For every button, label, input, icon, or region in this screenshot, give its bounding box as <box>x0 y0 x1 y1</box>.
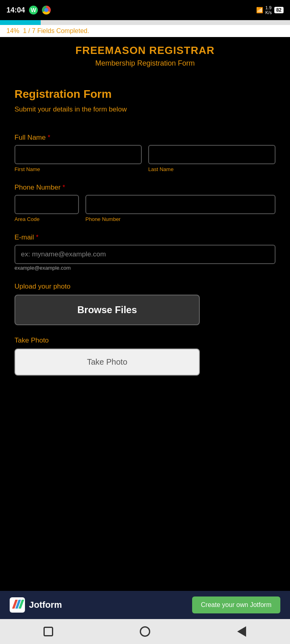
email-field-group: E-mail * example@example.com <box>14 233 276 271</box>
area-code-col: Area Code <box>14 195 79 222</box>
home-button[interactable] <box>138 624 152 639</box>
last-name-sublabel: Last Name <box>148 166 276 172</box>
phone-num-col: Phone Number <box>85 195 276 222</box>
phone-field-group: Phone Number * Area Code Phone Number <box>14 184 276 222</box>
required-star: * <box>48 134 50 141</box>
status-left: 14:04 W <box>6 6 51 14</box>
last-name-input[interactable] <box>148 145 276 164</box>
android-nav-bar <box>0 619 290 644</box>
full-name-label: Full Name * <box>14 134 276 142</box>
main-content: FREEMASON REGISTRAR Membership Registrat… <box>0 37 290 591</box>
phone-label: Phone Number * <box>14 184 276 192</box>
battery-indicator: 82 <box>274 7 284 13</box>
take-photo-label: Take Photo <box>14 336 276 345</box>
circle-icon <box>140 626 150 637</box>
whatsapp-icon: W <box>29 6 38 14</box>
email-input[interactable] <box>14 245 276 264</box>
chrome-icon <box>42 6 51 14</box>
jotform-logo-icon <box>10 597 25 613</box>
app-subtitle: Membership Registration Form <box>14 59 276 68</box>
phone-number-input[interactable] <box>85 195 276 214</box>
recent-apps-button[interactable] <box>41 624 56 639</box>
phone-row: Area Code Phone Number <box>14 195 276 222</box>
jotform-footer: Jotform Create your own Jotform <box>0 591 290 619</box>
jotform-logo-area: Jotform <box>10 597 62 613</box>
phone-sublabel: Phone Number <box>85 216 276 222</box>
area-code-sublabel: Area Code <box>14 216 79 222</box>
create-jotform-button[interactable]: Create your own Jotform <box>192 597 280 613</box>
status-icons: 📶 1.9 K/s 82 <box>256 5 284 15</box>
full-name-field-group: Full Name * First Name Last Name <box>14 134 276 172</box>
phone-required-star: * <box>62 184 65 191</box>
progress-container: 14% 1 / 7 Fields Completed. <box>0 20 290 37</box>
square-icon <box>44 627 53 636</box>
first-name-sublabel: First Name <box>14 166 142 172</box>
back-button[interactable] <box>234 624 249 639</box>
take-photo-button[interactable]: Take Photo <box>14 349 200 376</box>
triangle-icon <box>237 626 246 637</box>
status-bar: 14:04 W 📶 1.9 K/s 82 <box>0 0 290 20</box>
clock: 14:04 <box>6 6 25 14</box>
email-hint: example@example.com <box>14 265 71 271</box>
browse-files-button[interactable]: Browse Files <box>14 295 200 325</box>
progress-bar <box>0 20 41 25</box>
area-code-input[interactable] <box>14 195 79 214</box>
email-label: E-mail * <box>14 233 276 242</box>
upload-photo-label: Upload your photo <box>14 283 276 291</box>
jotform-brand-text: Jotform <box>29 600 62 610</box>
first-name-col: First Name <box>14 145 142 172</box>
form-subtitle: Submit your details in the form below <box>14 105 276 114</box>
full-name-row: First Name Last Name <box>14 145 276 172</box>
wifi-icon: 📶 <box>256 7 263 13</box>
form-title: Registration Form <box>14 88 276 101</box>
take-photo-field-group: Take Photo Take Photo <box>14 336 276 376</box>
first-name-input[interactable] <box>14 145 142 164</box>
upload-photo-field-group: Upload your photo Browse Files <box>14 283 276 325</box>
last-name-col: Last Name <box>148 145 276 172</box>
network-speed: 1.9 K/s <box>265 5 272 15</box>
progress-text: 14% 1 / 7 Fields Completed. <box>0 25 290 37</box>
app-title: FREEMASON REGISTRAR <box>14 37 276 57</box>
email-required-star: * <box>36 234 38 241</box>
